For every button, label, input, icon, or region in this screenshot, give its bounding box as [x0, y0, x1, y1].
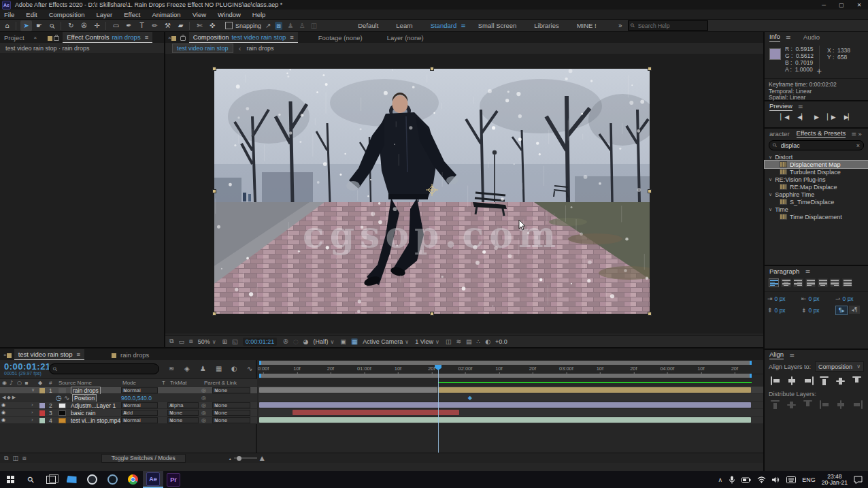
- menu-composition[interactable]: Composition: [49, 11, 85, 18]
- group-expand-icon[interactable]: ∨: [769, 192, 772, 197]
- tab-composition[interactable]: Composition test video rain stop ≡: [189, 32, 298, 43]
- panel-men-icon[interactable]: ≡: [789, 351, 795, 359]
- menu-animation[interactable]: Animation: [152, 11, 180, 18]
- keyframe-navigator[interactable]: ◀ ◆ ▶: [2, 395, 16, 400]
- label-color-chip[interactable]: [39, 418, 45, 423]
- wifi-icon[interactable]: [757, 476, 766, 483]
- selection-handle[interactable]: [430, 312, 434, 316]
- language-indicator[interactable]: ENG: [802, 476, 816, 483]
- effects-group-distort[interactable]: ∨Distort: [765, 153, 868, 161]
- parent-link-header[interactable]: Parent & Link: [204, 380, 237, 386]
- workspace-menu-icon[interactable]: ≡: [461, 22, 466, 29]
- mirror-viewer-icon[interactable]: ⧈: [189, 338, 193, 345]
- premiere-app-icon[interactable]: Pr: [163, 471, 184, 488]
- indent-first-line[interactable]: ⇀0 px: [835, 295, 854, 302]
- toggle-switches-modes-button[interactable]: Toggle Switches / Modes: [101, 454, 186, 463]
- effects-search-input[interactable]: [780, 142, 856, 150]
- camera-select[interactable]: Active Camera∨: [363, 338, 409, 345]
- tab-info[interactable]: Info: [769, 33, 780, 42]
- panel-menu-icon[interactable]: ≡: [851, 130, 856, 137]
- layer-duration-bar[interactable]: [259, 417, 751, 423]
- region-of-interest-icon[interactable]: ▣: [340, 338, 346, 345]
- effects-group-sapphire-time[interactable]: ∨Sapphire Time: [765, 191, 868, 198]
- label-color-chip[interactable]: [39, 388, 45, 393]
- source-name-header[interactable]: Source Name: [59, 380, 92, 386]
- text-direction-ltr[interactable]: ¶▸: [835, 306, 848, 315]
- microphone-icon[interactable]: [729, 476, 735, 484]
- track-row-1[interactable]: [258, 387, 763, 394]
- panel-menu-icon[interactable]: ≡: [786, 33, 791, 41]
- tab-effect-controls[interactable]: Effect Controls rain drops ≡: [63, 32, 152, 43]
- chrome-app-icon[interactable]: [122, 471, 143, 488]
- label-color-chip[interactable]: [39, 403, 45, 408]
- work-area-bar[interactable]: [258, 374, 763, 378]
- trkmat-header[interactable]: TrkMat: [170, 380, 187, 386]
- align-h-center-button[interactable]: [786, 376, 798, 386]
- expand-icon[interactable]: ›: [31, 402, 33, 408]
- next-frame-button[interactable]: ▏▶: [827, 114, 835, 120]
- graph-editor-icon[interactable]: ∿: [247, 365, 252, 372]
- timeline-button-icon[interactable]: ▤: [466, 338, 472, 345]
- pickwhip-icon[interactable]: ◎: [201, 402, 206, 408]
- text-direction-rtl[interactable]: ◂¶: [849, 306, 860, 314]
- magnification-select[interactable]: 50%∨: [198, 338, 216, 345]
- expand-icon[interactable]: ›: [31, 417, 33, 423]
- group-expand-icon[interactable]: ∨: [769, 207, 772, 212]
- workarea-bar[interactable]: [259, 374, 751, 378]
- layer-row-2[interactable]: ◉›2Adjustm...Layer 1Normal∨Alpha∨◎None∨: [0, 402, 257, 409]
- tab-audio[interactable]: Audio: [803, 33, 820, 41]
- align-left-button[interactable]: [769, 278, 779, 287]
- rotate-tool-icon[interactable]: ↻: [65, 20, 77, 31]
- indent-left-margin[interactable]: ⇥0 px: [767, 295, 786, 302]
- cinema4d-app-icon[interactable]: [102, 471, 122, 488]
- timeline-tab-comp[interactable]: test video rain stop ≡: [14, 349, 84, 360]
- selection-handle[interactable]: [212, 67, 216, 71]
- rectangle-tool-icon[interactable]: ▭: [110, 20, 122, 31]
- blend-mode-select[interactable]: Normal∨: [121, 387, 158, 393]
- selection-handle[interactable]: [212, 189, 216, 193]
- track-row-3[interactable]: [258, 409, 763, 417]
- indent-right-margin[interactable]: ⇤0 px: [801, 295, 820, 302]
- lock-icon[interactable]: [180, 36, 186, 41]
- layer-duration-bar[interactable]: [259, 402, 751, 408]
- effect-item-re-map-displace[interactable]: RE:Map Displace: [765, 183, 868, 191]
- workarea-start-handle[interactable]: [259, 374, 261, 378]
- breadcrumb-layer[interactable]: rain drops: [247, 45, 274, 52]
- align-v-center-button[interactable]: [835, 376, 847, 386]
- menu-window[interactable]: Window: [218, 11, 241, 18]
- effect-item-displacement-map[interactable]: Displacement Map: [765, 161, 868, 168]
- eraser-tool-icon[interactable]: ▰: [175, 20, 186, 31]
- draft-3d-icon[interactable]: ◈: [184, 365, 190, 372]
- last-frame-button[interactable]: ▶▏: [844, 114, 852, 120]
- layer-duration-bar[interactable]: [293, 410, 459, 415]
- group-expand-icon[interactable]: ∨: [769, 154, 772, 160]
- workspace-learn[interactable]: Learn: [396, 22, 412, 29]
- workspace-default[interactable]: Default: [358, 22, 378, 29]
- layer-row-4[interactable]: ◉›4test vi...in stop.mp4Normal∨None∨◎Non…: [0, 417, 257, 424]
- selection-tool-icon[interactable]: ➤: [20, 20, 32, 31]
- justify-all-button[interactable]: [842, 278, 852, 287]
- puppet-pin-tool-icon[interactable]: ✜: [207, 20, 218, 31]
- exposure-value[interactable]: +0.0: [495, 338, 507, 345]
- lock-icon[interactable]: [54, 36, 59, 41]
- tab-project[interactable]: Project ×: [0, 33, 44, 43]
- zoom-in-icon[interactable]: ▲: [260, 455, 265, 461]
- mask-visibility-icon[interactable]: ◱: [232, 338, 238, 345]
- expand-transfer-controls-icon[interactable]: ◫: [12, 455, 18, 462]
- help-search[interactable]: ⚲: [628, 20, 708, 31]
- clock[interactable]: 23:48 20-Jan-21: [822, 474, 848, 486]
- mode-header[interactable]: Mode: [122, 380, 136, 386]
- keyboard-icon[interactable]: [786, 476, 796, 483]
- tab-character-truncated[interactable]: aracter: [769, 130, 790, 137]
- property-row-position[interactable]: ◀ ◆ ▶◷∿Position960.0,540.0◎: [0, 394, 257, 402]
- zoom-out-icon[interactable]: ▴: [229, 456, 231, 461]
- selection-handle[interactable]: [648, 312, 652, 316]
- type-tool-icon[interactable]: T: [136, 20, 148, 31]
- after-effects-app-icon[interactable]: Ae: [143, 471, 163, 488]
- expand-layer-switches-icon[interactable]: ⧉: [4, 455, 8, 462]
- position-keyframe-icon[interactable]: ◆: [468, 395, 472, 401]
- menu-view[interactable]: View: [193, 11, 206, 18]
- pickwhip-icon[interactable]: ◎: [201, 410, 206, 416]
- hide-shy-icon[interactable]: ♟: [200, 365, 206, 372]
- task-view-button[interactable]: [41, 471, 61, 488]
